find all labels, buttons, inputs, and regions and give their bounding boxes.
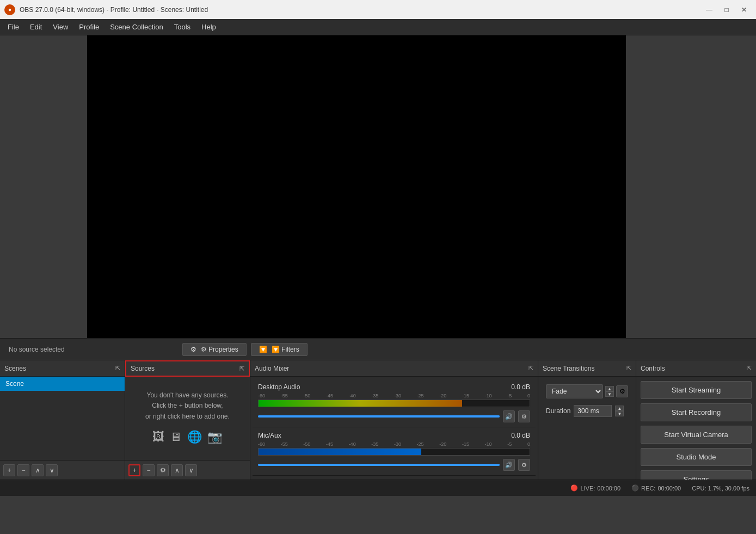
image-source-icon: 🖼 — [152, 427, 164, 446]
menu-tools[interactable]: Tools — [169, 21, 196, 33]
scenes-panel-header: Scenes ⇱ — [0, 360, 125, 377]
window-controls: — □ ✕ — [702, 4, 752, 15]
title-bar-text: OBS 27.0.0 (64-bit, windows) - Profile: … — [20, 6, 208, 14]
desktop-audio-header: Desktop Audio 0.0 dB — [258, 383, 530, 391]
desktop-audio-markers: -60-55-50-45-40-35-30-25-20-15-10-50 — [258, 393, 530, 398]
minimize-button[interactable]: — — [702, 4, 717, 15]
live-status: 🔴 LIVE: 00:00:00 — [570, 484, 620, 492]
close-button[interactable]: ✕ — [736, 4, 752, 15]
menu-file[interactable]: File — [2, 21, 24, 33]
footer-bar: 🔴 LIVE: 00:00:00 ⚫ REC: 00:00:00 CPU: 1.… — [0, 480, 756, 496]
scene-item[interactable]: Scene — [0, 377, 125, 391]
transition-spin-down[interactable]: ▼ — [605, 391, 614, 397]
scenes-add-button[interactable]: + — [3, 464, 15, 476]
mic-aux-header: Mic/Aux 0.0 dB — [258, 432, 530, 439]
mic-aux-slider-thumb — [258, 464, 500, 466]
scenes-panel-icon[interactable]: ⇱ — [115, 365, 120, 372]
sources-down-button[interactable]: ∨ — [185, 464, 197, 476]
live-dot-icon: 🔴 — [570, 484, 578, 492]
app-icon: ● — [4, 4, 15, 15]
mic-aux-name: Mic/Aux — [258, 432, 281, 439]
transition-spin: ▲ ▼ — [605, 386, 614, 397]
sources-content[interactable]: You don't have any sources.Click the + b… — [125, 377, 250, 460]
settings-button[interactable]: Settings — [641, 470, 752, 480]
sources-remove-button[interactable]: − — [143, 464, 155, 476]
duration-spin-up[interactable]: ▲ — [615, 406, 624, 411]
desktop-audio-level: 0.0 dB — [511, 383, 530, 391]
duration-spin-down[interactable]: ▼ — [615, 411, 624, 416]
scene-transitions-panel: Scene Transitions ⇱ Fade Cut ▲ ▼ ⚙ Durat… — [538, 360, 636, 480]
menu-bar: File Edit View Profile Scene Collection … — [0, 19, 756, 35]
duration-label: Duration — [546, 407, 570, 415]
desktop-audio-settings-button[interactable]: ⚙ — [518, 410, 530, 422]
scenes-panel: Scenes ⇱ Scene + − ∧ ∨ — [0, 360, 125, 480]
desktop-audio-level-fill — [259, 400, 462, 407]
preview-screen — [87, 35, 626, 338]
menu-profile[interactable]: Profile — [73, 21, 105, 33]
menu-help[interactable]: Help — [196, 21, 222, 33]
sources-icons-row: 🖼 🖥 🌐 📷 — [152, 427, 222, 446]
gear-icon: ⚙ — [190, 346, 196, 353]
scene-transitions-icon[interactable]: ⇱ — [626, 365, 631, 372]
sources-empty-message: You don't have any sources.Click the + b… — [140, 377, 235, 460]
start-streaming-button[interactable]: Start Streaming — [641, 381, 752, 399]
duration-spin: ▲ ▼ — [615, 406, 624, 416]
filter-icon: 🔽 — [259, 346, 267, 353]
live-label: LIVE: — [580, 485, 595, 492]
mic-aux-settings-button[interactable]: ⚙ — [518, 459, 530, 471]
rec-status: ⚫ REC: 00:00:00 — [631, 484, 681, 492]
properties-button[interactable]: ⚙ ⚙ Properties — [182, 343, 247, 356]
sources-panel: Sources ⇱ You don't have any sources.Cli… — [125, 360, 250, 480]
duration-input[interactable] — [574, 405, 612, 417]
mic-aux-slider[interactable] — [258, 464, 500, 466]
scenes-up-button[interactable]: ∧ — [32, 464, 44, 476]
filters-button[interactable]: 🔽 🔽 Filters — [251, 343, 308, 356]
audio-mixer-icon[interactable]: ⇱ — [528, 365, 533, 372]
studio-mode-button[interactable]: Studio Mode — [641, 448, 752, 466]
scenes-content[interactable]: Scene — [0, 377, 125, 460]
bottom-panel: Scenes ⇱ Scene + − ∧ ∨ Sources ⇱ You don… — [0, 360, 756, 480]
menu-scene-collection[interactable]: Scene Collection — [105, 21, 169, 33]
transition-spin-up[interactable]: ▲ — [605, 386, 614, 391]
audio-mixer-panel: Audio Mixer ⇱ Desktop Audio 0.0 dB -60-5… — [250, 360, 538, 480]
start-recording-button[interactable]: Start Recording — [641, 403, 752, 421]
desktop-audio-level-bar — [258, 400, 530, 407]
controls-content: Start Streaming Start Recording Start Vi… — [636, 377, 756, 480]
preview-area — [0, 35, 756, 338]
maximize-button[interactable]: □ — [719, 4, 734, 15]
sources-up-button[interactable]: ∧ — [171, 464, 183, 476]
controls-title: Controls — [641, 365, 665, 372]
mic-aux-mute-button[interactable]: 🔊 — [503, 459, 515, 471]
desktop-audio-mute-button[interactable]: 🔊 — [503, 410, 515, 422]
sources-add-button[interactable]: + — [128, 464, 140, 476]
sources-panel-icon[interactable]: ⇱ — [239, 365, 244, 372]
mic-aux-level-bar — [258, 448, 530, 456]
no-source-text: No source selected — [9, 346, 65, 353]
sources-settings-button[interactable]: ⚙ — [157, 464, 169, 476]
desktop-audio-slider-thumb — [258, 415, 500, 418]
scene-transitions-header: Scene Transitions ⇱ — [538, 360, 636, 377]
sources-panel-header: Sources ⇱ — [125, 360, 250, 377]
preview-side-right — [626, 35, 756, 338]
menu-view[interactable]: View — [47, 21, 73, 33]
scenes-title: Scenes — [4, 365, 26, 372]
start-virtual-camera-button[interactable]: Start Virtual Camera — [641, 426, 752, 444]
cpu-text: CPU: 1.7%, 30.00 fps — [692, 485, 749, 492]
transition-select-box[interactable]: Fade Cut — [546, 384, 603, 398]
cpu-status: CPU: 1.7%, 30.00 fps — [692, 485, 749, 492]
scenes-down-button[interactable]: ∨ — [46, 464, 58, 476]
controls-header: Controls ⇱ — [636, 360, 756, 377]
mic-aux-channel: Mic/Aux 0.0 dB -60-55-50-45-40-35-30-25-… — [253, 427, 536, 476]
camera-source-icon: 📷 — [207, 427, 222, 446]
title-bar: ● OBS 27.0.0 (64-bit, windows) - Profile… — [0, 0, 756, 19]
transition-gear-button[interactable]: ⚙ — [616, 385, 628, 397]
scenes-remove-button[interactable]: − — [17, 464, 29, 476]
status-buttons: ⚙ ⚙ Properties 🔽 🔽 Filters — [182, 343, 308, 356]
mic-aux-level-fill — [259, 449, 421, 455]
live-time: 00:00:00 — [597, 485, 620, 492]
controls-icon[interactable]: ⇱ — [747, 365, 752, 372]
scene-transitions-title: Scene Transitions — [543, 365, 594, 372]
menu-edit[interactable]: Edit — [24, 21, 47, 33]
desktop-audio-slider[interactable] — [258, 415, 500, 418]
rec-time: 00:00:00 — [657, 485, 681, 492]
